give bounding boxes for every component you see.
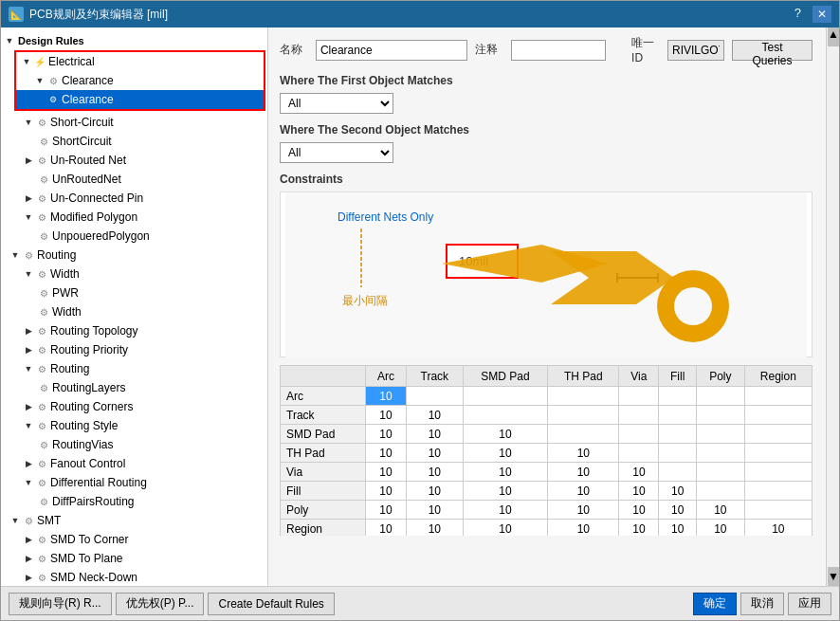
cell[interactable]: 10 xyxy=(365,444,406,463)
cell[interactable]: 10 xyxy=(696,501,744,520)
tree-label: UnRoutedNet xyxy=(52,173,121,186)
tree-pwr[interactable]: ⚙ PWR xyxy=(1,283,267,302)
help-button[interactable]: ? xyxy=(794,6,801,23)
cell[interactable]: 10 xyxy=(619,501,659,520)
name-input[interactable] xyxy=(316,40,467,61)
tree-modified-polygon[interactable]: ▼ ⚙ Modified Polygon xyxy=(1,208,267,227)
tree-fanout[interactable]: ▶ ⚙ Fanout Control xyxy=(1,454,267,473)
expand-icon: ▼ xyxy=(9,514,22,527)
cell[interactable]: 10 xyxy=(365,406,406,425)
svg-text:最小间隔: 最小间隔 xyxy=(342,294,388,307)
cell[interactable]: 10 xyxy=(548,520,619,537)
cell[interactable]: 10 xyxy=(619,463,659,482)
cell[interactable]: 10 xyxy=(407,501,463,520)
cell[interactable]: 10 xyxy=(407,482,463,501)
constraints-title: Constraints xyxy=(280,173,813,186)
node-icon: ⚙ xyxy=(37,495,50,508)
tree-routingvias[interactable]: ⚙ RoutingVias xyxy=(1,435,267,454)
priority-button[interactable]: 优先权(P) P... xyxy=(116,593,205,615)
cell[interactable]: 10 xyxy=(365,463,406,482)
close-button[interactable]: ✕ xyxy=(813,6,831,23)
create-default-button[interactable]: Create Default Rules xyxy=(208,593,334,615)
cell[interactable]: 10 xyxy=(463,482,548,501)
cell[interactable]: 10 xyxy=(407,444,463,463)
tree-label: Routing Corners xyxy=(50,400,133,413)
tree-root-design-rules[interactable]: ▼ Design Rules xyxy=(1,31,267,50)
tree-unpouredpolygon[interactable]: ⚙ UnpoueredPolygon xyxy=(1,227,267,246)
tree-label: SMD Neck-Down xyxy=(50,571,137,584)
cancel-button[interactable]: 取消 xyxy=(740,593,784,615)
clearance-diagram: Different Nets Only 最小间隔 10mil xyxy=(281,192,812,358)
cell[interactable]: 10 xyxy=(548,444,619,463)
tree-routing-topology[interactable]: ▶ ⚙ Routing Topology xyxy=(1,321,267,340)
cell[interactable]: 10 xyxy=(463,463,548,482)
cell[interactable]: 10 xyxy=(744,520,812,537)
tree-clearance-group[interactable]: ▼ ⚙ Clearance xyxy=(16,71,264,90)
highlight-electrical-group: ▼ ⚡ Electrical ▼ ⚙ Clearance ⚙ Clearance xyxy=(14,50,265,111)
cell[interactable]: 10 xyxy=(548,463,619,482)
tree-unrouted[interactable]: ▶ ⚙ Un-Routed Net xyxy=(1,151,267,170)
routing-wizard-button[interactable]: 规则向导(R) R... xyxy=(9,593,112,615)
cell[interactable]: 10 xyxy=(548,482,619,501)
tree-smd-plane[interactable]: ▶ ⚙ SMD To Plane xyxy=(1,549,267,568)
tree-diffpairsrouting[interactable]: ⚙ DiffPairsRouting xyxy=(1,492,267,511)
cell[interactable]: 10 xyxy=(463,520,548,537)
cell-arc-arc[interactable]: 10 xyxy=(365,387,406,406)
tree-width[interactable]: ▼ ⚙ Width xyxy=(1,265,267,283)
row-label: SMD Pad xyxy=(281,425,366,444)
cell[interactable]: 10 xyxy=(407,463,463,482)
tree-routing-priority[interactable]: ▶ ⚙ Routing Priority xyxy=(1,340,267,359)
tree-label: Clearance xyxy=(62,93,114,106)
tree-shortcircuit[interactable]: ⚙ ShortCircuit xyxy=(1,132,267,151)
tree-width-rule[interactable]: ⚙ Width xyxy=(1,302,267,321)
col-header-track: Track xyxy=(407,366,463,387)
tree-routinglayers[interactable]: ⚙ RoutingLayers xyxy=(1,378,267,397)
cell[interactable]: 10 xyxy=(463,501,548,520)
cell[interactable]: 10 xyxy=(696,520,744,537)
cell[interactable]: 10 xyxy=(659,520,697,537)
cell[interactable]: 10 xyxy=(548,501,619,520)
col-header-region: Region xyxy=(744,366,812,387)
where-second-dropdown[interactable]: All xyxy=(280,142,393,163)
cell[interactable]: 10 xyxy=(365,501,406,520)
tree-smd-neck[interactable]: ▶ ⚙ SMD Neck-Down xyxy=(1,568,267,586)
tree-routing-corners[interactable]: ▶ ⚙ Routing Corners xyxy=(1,397,267,416)
tree-diff-pairs[interactable]: ▼ ⚙ Differential Routing xyxy=(1,473,267,492)
cell[interactable]: 10 xyxy=(365,425,406,444)
tree-routing-layers[interactable]: ▼ ⚙ Routing xyxy=(1,359,267,378)
tree-smd-corner[interactable]: ▶ ⚙ SMD To Corner xyxy=(1,530,267,549)
tree-smt[interactable]: ▼ ⚙ SMT xyxy=(1,511,267,530)
row-label: Via xyxy=(281,463,366,482)
cell[interactable]: 10 xyxy=(365,482,406,501)
right-scrollbar[interactable]: ▲ ▼ xyxy=(826,27,839,586)
cell[interactable]: 10 xyxy=(619,520,659,537)
cell[interactable]: 10 xyxy=(463,425,548,444)
main-window: 📐 PCB规则及约束编辑器 [mil] ? ✕ ▼ Design Rules xyxy=(0,0,840,621)
expand-icon: ▼ xyxy=(22,419,35,432)
tree-unroutednet[interactable]: ⚙ UnRoutedNet xyxy=(1,170,267,189)
tree-short-circuit[interactable]: ▼ ⚙ Short-Circuit xyxy=(1,113,267,132)
ok-button[interactable]: 确定 xyxy=(693,593,737,615)
cell[interactable]: 10 xyxy=(619,482,659,501)
expand-icon: ▼ xyxy=(9,248,22,262)
tree-unconnected[interactable]: ▶ ⚙ Un-Connected Pin xyxy=(1,189,267,208)
cell[interactable]: 10 xyxy=(407,406,463,425)
cell[interactable]: 10 xyxy=(659,501,697,520)
cell[interactable]: 10 xyxy=(463,444,548,463)
tree-label: Routing Topology xyxy=(50,324,138,338)
apply-button[interactable]: 应用 xyxy=(788,593,831,615)
tree-electrical[interactable]: ▼ ⚡ Electrical xyxy=(16,52,264,71)
id-input[interactable] xyxy=(667,40,724,61)
tree-label: ShortCircuit xyxy=(52,135,112,148)
tree-routing-via-style[interactable]: ▼ ⚙ Routing Style xyxy=(1,416,267,435)
test-queries-button[interactable]: Test Queries xyxy=(732,40,813,61)
cell[interactable]: 10 xyxy=(407,425,463,444)
cell[interactable]: 10 xyxy=(659,482,697,501)
expand-icon: ▼ xyxy=(33,74,46,87)
tree-clearance-selected[interactable]: ⚙ Clearance xyxy=(16,90,264,109)
tree-routing[interactable]: ▼ ⚙ Routing xyxy=(1,246,267,265)
where-first-dropdown[interactable]: All xyxy=(280,93,393,114)
cell[interactable]: 10 xyxy=(365,520,406,537)
cell[interactable]: 10 xyxy=(407,520,463,537)
comment-input[interactable] xyxy=(511,40,606,61)
